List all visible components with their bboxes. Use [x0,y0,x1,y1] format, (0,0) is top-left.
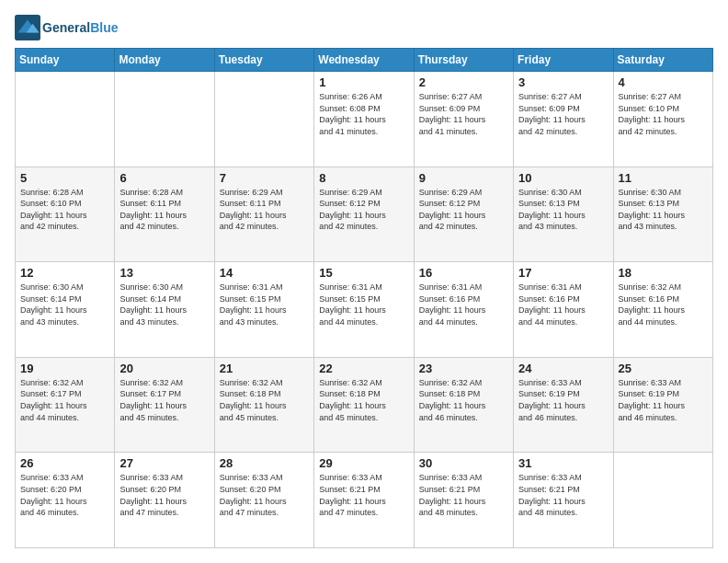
day-info: Sunrise: 6:28 AM Sunset: 6:10 PM Dayligh… [20,187,109,233]
day-info: Sunrise: 6:28 AM Sunset: 6:11 PM Dayligh… [119,187,209,233]
calendar-cell: 18Sunrise: 6:32 AM Sunset: 6:16 PM Dayli… [613,262,712,358]
weekday-header: Sunday [16,49,115,72]
calendar-cell [613,453,712,548]
day-number: 2 [419,75,508,89]
day-number: 16 [419,266,508,280]
day-info: Sunrise: 6:33 AM Sunset: 6:20 PM Dayligh… [220,472,309,518]
calendar-cell: 25Sunrise: 6:33 AM Sunset: 6:19 PM Dayli… [613,357,712,453]
day-number: 7 [220,171,309,185]
page: GeneralBlue SundayMondayTuesdayWednesday… [0,0,728,563]
day-info: Sunrise: 6:32 AM Sunset: 6:18 PM Dayligh… [220,377,309,423]
day-info: Sunrise: 6:32 AM Sunset: 6:17 PM Dayligh… [119,377,209,423]
calendar-cell: 26Sunrise: 6:33 AM Sunset: 6:20 PM Dayli… [16,453,115,548]
day-number: 21 [220,362,309,375]
day-info: Sunrise: 6:33 AM Sunset: 6:19 PM Dayligh… [619,377,708,423]
day-info: Sunrise: 6:31 AM Sunset: 6:15 PM Dayligh… [220,282,309,327]
calendar-cell: 19Sunrise: 6:32 AM Sunset: 6:17 PM Dayli… [16,357,115,453]
day-number: 29 [319,456,408,470]
day-number: 31 [518,456,608,470]
day-info: Sunrise: 6:26 AM Sunset: 6:08 PM Dayligh… [319,91,408,137]
calendar-cell: 14Sunrise: 6:31 AM Sunset: 6:15 PM Dayli… [214,262,313,358]
day-number: 30 [419,456,508,470]
day-number: 27 [119,456,209,470]
calendar-cell: 29Sunrise: 6:33 AM Sunset: 6:21 PM Dayli… [314,453,414,548]
calendar-cell: 2Sunrise: 6:27 AM Sunset: 6:09 PM Daylig… [414,72,513,167]
calendar-cell: 5Sunrise: 6:28 AM Sunset: 6:10 PM Daylig… [16,167,115,262]
day-info: Sunrise: 6:29 AM Sunset: 6:11 PM Dayligh… [220,187,309,233]
weekday-header: Tuesday [214,49,313,72]
day-info: Sunrise: 6:27 AM Sunset: 6:10 PM Dayligh… [619,91,708,137]
day-number: 26 [20,456,109,470]
day-number: 6 [119,171,209,185]
day-info: Sunrise: 6:33 AM Sunset: 6:20 PM Dayligh… [20,472,109,518]
day-info: Sunrise: 6:31 AM Sunset: 6:16 PM Dayligh… [518,282,608,327]
day-info: Sunrise: 6:32 AM Sunset: 6:18 PM Dayligh… [419,377,508,423]
calendar-cell: 12Sunrise: 6:30 AM Sunset: 6:14 PM Dayli… [16,262,115,358]
calendar-cell: 13Sunrise: 6:30 AM Sunset: 6:14 PM Dayli… [115,262,214,358]
calendar-cell: 10Sunrise: 6:30 AM Sunset: 6:13 PM Dayli… [514,167,613,262]
calendar-cell: 21Sunrise: 6:32 AM Sunset: 6:18 PM Dayli… [214,357,313,453]
calendar-cell: 6Sunrise: 6:28 AM Sunset: 6:11 PM Daylig… [115,167,214,262]
day-number: 18 [619,266,708,280]
day-number: 8 [319,171,408,185]
day-number: 10 [518,171,608,185]
day-number: 24 [518,362,608,375]
day-number: 23 [419,362,508,375]
day-info: Sunrise: 6:29 AM Sunset: 6:12 PM Dayligh… [419,187,508,233]
day-info: Sunrise: 6:30 AM Sunset: 6:14 PM Dayligh… [119,282,209,327]
calendar-cell [16,72,115,167]
day-number: 3 [518,75,608,89]
day-number: 9 [419,171,508,185]
day-number: 28 [220,456,309,470]
day-number: 5 [20,171,109,185]
day-info: Sunrise: 6:33 AM Sunset: 6:21 PM Dayligh… [319,472,408,518]
calendar-cell: 16Sunrise: 6:31 AM Sunset: 6:16 PM Dayli… [414,262,513,358]
day-info: Sunrise: 6:27 AM Sunset: 6:09 PM Dayligh… [518,91,608,137]
calendar-cell: 17Sunrise: 6:31 AM Sunset: 6:16 PM Dayli… [514,262,613,358]
day-info: Sunrise: 6:33 AM Sunset: 6:19 PM Dayligh… [518,377,608,423]
day-number: 12 [20,266,109,280]
day-number: 25 [619,362,708,375]
day-info: Sunrise: 6:33 AM Sunset: 6:21 PM Dayligh… [518,472,608,518]
weekday-header: Wednesday [314,49,414,72]
day-info: Sunrise: 6:32 AM Sunset: 6:18 PM Dayligh… [319,377,408,423]
weekday-header: Monday [115,49,214,72]
day-number: 15 [319,266,408,280]
calendar-cell [115,72,214,167]
day-number: 11 [619,171,708,185]
day-number: 17 [518,266,608,280]
weekday-header: Friday [514,49,613,72]
calendar-cell: 24Sunrise: 6:33 AM Sunset: 6:19 PM Dayli… [514,357,613,453]
calendar-cell: 11Sunrise: 6:30 AM Sunset: 6:13 PM Dayli… [613,167,712,262]
calendar-cell: 27Sunrise: 6:33 AM Sunset: 6:20 PM Dayli… [115,453,214,548]
calendar-cell: 8Sunrise: 6:29 AM Sunset: 6:12 PM Daylig… [314,167,414,262]
day-number: 4 [619,75,708,89]
logo-icon [15,15,40,40]
calendar-cell: 28Sunrise: 6:33 AM Sunset: 6:20 PM Dayli… [214,453,313,548]
header: GeneralBlue [15,15,713,40]
calendar-cell: 23Sunrise: 6:32 AM Sunset: 6:18 PM Dayli… [414,357,513,453]
day-info: Sunrise: 6:33 AM Sunset: 6:20 PM Dayligh… [119,472,209,518]
day-info: Sunrise: 6:30 AM Sunset: 6:14 PM Dayligh… [20,282,109,327]
day-info: Sunrise: 6:32 AM Sunset: 6:16 PM Dayligh… [619,282,708,327]
calendar-cell: 1Sunrise: 6:26 AM Sunset: 6:08 PM Daylig… [314,72,414,167]
logo: GeneralBlue [15,15,118,40]
day-info: Sunrise: 6:31 AM Sunset: 6:15 PM Dayligh… [319,282,408,327]
calendar-cell: 20Sunrise: 6:32 AM Sunset: 6:17 PM Dayli… [115,357,214,453]
day-info: Sunrise: 6:27 AM Sunset: 6:09 PM Dayligh… [419,91,508,137]
day-number: 20 [119,362,209,375]
day-number: 19 [20,362,109,375]
day-info: Sunrise: 6:30 AM Sunset: 6:13 PM Dayligh… [619,187,708,233]
logo-text: GeneralBlue [42,20,118,35]
calendar-cell: 30Sunrise: 6:33 AM Sunset: 6:21 PM Dayli… [414,453,513,548]
day-info: Sunrise: 6:32 AM Sunset: 6:17 PM Dayligh… [20,377,109,423]
calendar-cell: 15Sunrise: 6:31 AM Sunset: 6:15 PM Dayli… [314,262,414,358]
day-info: Sunrise: 6:31 AM Sunset: 6:16 PM Dayligh… [419,282,508,327]
day-info: Sunrise: 6:29 AM Sunset: 6:12 PM Dayligh… [319,187,408,233]
day-number: 1 [319,75,408,89]
calendar-cell [214,72,313,167]
day-number: 14 [220,266,309,280]
calendar-cell: 4Sunrise: 6:27 AM Sunset: 6:10 PM Daylig… [613,72,712,167]
calendar-cell: 31Sunrise: 6:33 AM Sunset: 6:21 PM Dayli… [514,453,613,548]
calendar-cell: 9Sunrise: 6:29 AM Sunset: 6:12 PM Daylig… [414,167,513,262]
